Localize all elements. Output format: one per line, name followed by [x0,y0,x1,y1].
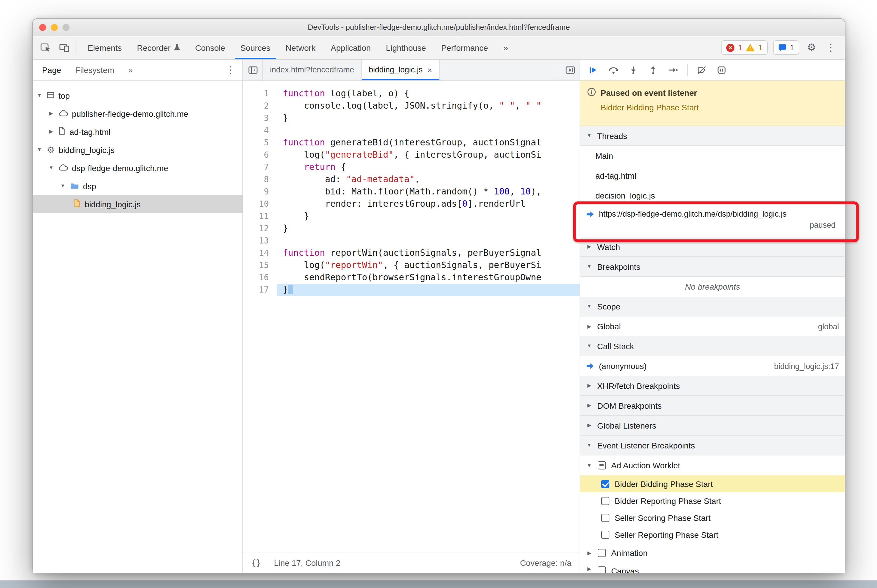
chevron-right-icon[interactable]: ▶ [586,566,593,572]
bidder-bidding-checkbox[interactable] [601,480,609,488]
window-minimize-button[interactable] [51,24,58,31]
code-line[interactable]: 2 console.log(label, JSON.stringify(o, "… [243,100,580,112]
chevron-down-icon[interactable]: ▼ [48,165,54,171]
step-out-icon[interactable] [644,62,662,78]
elb-group-animation[interactable]: ▶ Animation [580,543,845,563]
step-icon[interactable] [664,62,682,78]
code-line[interactable]: 4 [243,124,580,136]
chevron-down-icon[interactable]: ▼ [36,147,43,152]
navigator-more-tabs[interactable]: » [121,60,140,80]
inspect-element-icon[interactable] [36,36,55,59]
thread-row-ad-tag[interactable]: ad-tag.html [580,166,845,186]
canvas-checkbox[interactable] [598,566,606,573]
section-header-dom-breakpoints[interactable]: ▶ DOM Breakpoints [580,396,845,416]
elb-item-seller-scoring-phase-start[interactable]: Seller Scoring Phase Start [580,509,845,526]
kebab-menu-icon[interactable]: ⋮ [824,42,838,54]
window-close-button[interactable] [39,24,46,31]
elb-item-bidder-reporting-phase-start[interactable]: Bidder Reporting Phase Start [580,492,845,509]
chevron-right-icon[interactable]: ▶ [586,550,593,556]
settings-gear-icon[interactable]: ⚙ [805,42,818,54]
tree-item-ad-tag[interactable]: ▶ ad-tag.html [33,123,242,141]
seller-scoring-checkbox[interactable] [601,513,609,522]
code-line[interactable]: 13 [243,235,580,247]
thread-row-main[interactable]: Main [580,146,845,166]
code-line[interactable]: 17} [243,284,580,296]
bidder-reporting-checkbox[interactable] [601,496,609,505]
step-over-icon[interactable] [605,62,622,78]
tab-recorder[interactable]: Recorder [129,36,188,59]
line-number[interactable]: 5 [243,136,277,149]
line-number[interactable]: 12 [243,222,277,235]
editor-tab-index[interactable]: index.html?fencedframe [263,60,362,80]
pretty-print-icon[interactable]: {} [251,558,261,567]
pause-on-exceptions-icon[interactable] [713,62,730,78]
tab-performance[interactable]: Performance [433,36,495,59]
errors-warnings-badge[interactable]: 1 1 [721,40,768,55]
code-line[interactable]: 12} [243,222,580,235]
issues-badge[interactable]: 1 [773,40,799,55]
deactivate-breakpoints-icon[interactable] [693,62,710,78]
scope-row-global[interactable]: ▶ Global global [580,316,845,336]
line-number[interactable]: 7 [243,161,277,173]
line-number[interactable]: 17 [243,284,277,296]
code-line[interactable]: 16 sendReportTo(browserSignals.interestG… [243,272,580,284]
open-file-navigation-icon[interactable] [560,60,580,80]
chevron-down-icon[interactable]: ▼ [36,93,43,98]
chevron-right-icon[interactable]: ▶ [586,324,593,329]
line-number[interactable]: 1 [243,88,277,100]
code-line[interactable]: 6 log("generateBid", { interestGroup, au… [243,149,580,161]
section-header-event-listener-breakpoints[interactable]: ▼ Event Listener Breakpoints [580,436,845,456]
code-line[interactable]: 8 ad: "ad-metadata", [243,173,580,186]
section-header-xhr-breakpoints[interactable]: ▶ XHR/fetch Breakpoints [580,376,845,396]
step-into-icon[interactable] [624,62,642,78]
tab-application[interactable]: Application [323,36,378,59]
tab-console[interactable]: Console [188,36,233,59]
code-line[interactable]: 11 } [243,210,580,222]
elb-item-bidder-bidding-phase-start[interactable]: Bidder Bidding Phase Start [580,475,845,492]
chevron-right-icon[interactable]: ▶ [48,111,54,116]
line-number[interactable]: 9 [243,186,277,198]
section-header-threads[interactable]: ▼ Threads [580,126,845,146]
line-number[interactable]: 6 [243,149,277,161]
close-tab-icon[interactable]: × [427,65,432,75]
chevron-right-icon[interactable]: ▶ [48,129,54,134]
tab-sources[interactable]: Sources [233,36,278,59]
tab-filesystem[interactable]: Filesystem [68,60,121,80]
seller-reporting-checkbox[interactable] [601,531,609,538]
code-editor[interactable]: 1function log(label, o) {2 console.log(l… [243,81,580,552]
editor-tab-bidding-logic[interactable]: bidding_logic.js × [362,60,440,80]
tab-elements[interactable]: Elements [80,36,129,59]
line-number[interactable]: 16 [243,272,277,284]
section-header-scope[interactable]: ▼ Scope [580,297,845,316]
code-line[interactable]: 5function generateBid(interestGroup, auc… [243,136,580,149]
elb-item-seller-reporting-phase-start[interactable]: Seller Reporting Phase Start [580,526,845,543]
thread-row-decision-logic[interactable]: decision_logic.js [580,186,845,206]
tree-item-dsp-origin[interactable]: ▼ dsp-fledge-demo.glitch.me [33,159,242,177]
line-number[interactable]: 13 [243,235,277,247]
ad-auction-worklet-checkbox[interactable] [598,461,606,470]
chevron-down-icon[interactable]: ▼ [586,463,593,468]
code-line[interactable]: 10 render: interestGroup.ads[0].renderUr… [243,198,580,210]
section-header-breakpoints[interactable]: ▼ Breakpoints [580,257,845,277]
line-number[interactable]: 2 [243,100,277,112]
animation-checkbox[interactable] [598,549,606,557]
line-number[interactable]: 3 [243,112,277,124]
section-header-call-stack[interactable]: ▼ Call Stack [580,336,845,356]
tree-item-publisher-origin[interactable]: ▶ publisher-fledge-demo.glitch.me [33,105,242,123]
elb-group-ad-auction-worklet[interactable]: ▼ Ad Auction Worklet [580,456,845,475]
code-line[interactable]: 3} [243,112,580,124]
tree-item-top[interactable]: ▼ top [33,86,242,105]
code-line[interactable]: 14function reportWin(auctionSignals, per… [243,247,580,259]
tree-item-dsp-folder[interactable]: ▼ dsp [33,177,242,195]
line-number[interactable]: 11 [243,210,277,222]
thread-row-bidding-logic-active[interactable]: https://dsp-fledge-demo.glitch.me/dsp/bi… [580,206,845,237]
line-number[interactable]: 10 [243,198,277,210]
resume-script-icon[interactable] [585,62,602,78]
line-number[interactable]: 4 [243,124,277,136]
section-header-global-listeners[interactable]: ▶ Global Listeners [580,416,845,436]
tab-network[interactable]: Network [278,36,323,59]
line-number[interactable]: 15 [243,259,277,272]
code-line[interactable]: 1function log(label, o) { [243,88,580,100]
line-number[interactable]: 14 [243,247,277,259]
tab-lighthouse[interactable]: Lighthouse [378,36,433,59]
